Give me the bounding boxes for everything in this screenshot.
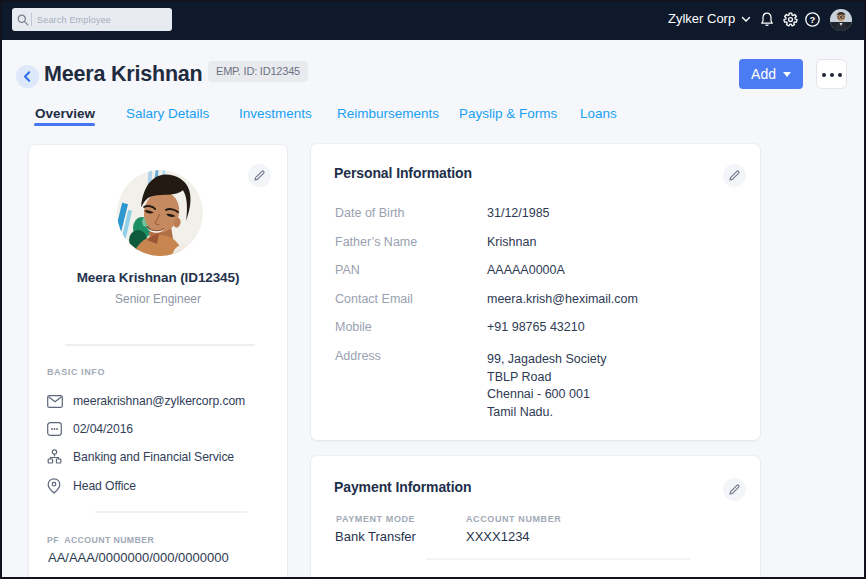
svg-text:?: ? xyxy=(810,14,816,25)
